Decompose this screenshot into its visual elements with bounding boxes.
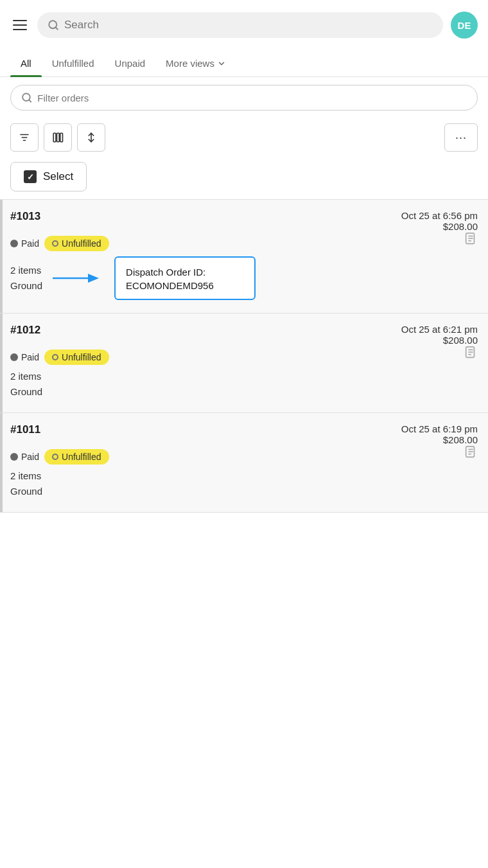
unfulfilled-circle (52, 454, 58, 460)
paid-badge: Paid (10, 352, 39, 362)
order-header: #1012 Oct 25 at 6:21 pm $208.00 (10, 324, 478, 346)
document-icon (464, 445, 478, 463)
order-number: #1013 (10, 210, 40, 223)
menu-button[interactable] (10, 17, 30, 33)
paid-dot (10, 353, 18, 361)
search-icon (48, 19, 59, 31)
tab-unfulfilled[interactable]: Unfulfilled (42, 50, 105, 76)
sort-button[interactable] (77, 123, 105, 152)
avatar[interactable]: DE (451, 12, 478, 39)
dispatch-id: ECOMONDEMD956 (126, 280, 244, 291)
unfulfilled-badge: Unfulfilled (44, 449, 109, 465)
order-details: 2 items Ground (10, 468, 478, 499)
filter-button[interactable] (10, 123, 39, 152)
paid-dot (10, 453, 18, 461)
accent-bar (0, 200, 3, 313)
search-bar[interactable] (37, 12, 443, 38)
select-wrap: Select (0, 157, 488, 199)
orders-list: #1013 Oct 25 at 6:56 pm $208.00 Paid Unf… (0, 200, 488, 513)
unfulfilled-badge: Unfulfilled (44, 236, 109, 251)
sort-updown-icon (85, 132, 97, 143)
select-label: Select (43, 170, 73, 183)
svg-line-1 (55, 27, 57, 29)
svg-rect-9 (60, 133, 63, 142)
paid-badge: Paid (10, 452, 39, 462)
order-details: 2 items Ground (10, 369, 478, 400)
order-number: #1012 (10, 324, 40, 337)
header: DE (0, 0, 488, 50)
order-card-1013[interactable]: #1013 Oct 25 at 6:56 pm $208.00 Paid Unf… (0, 200, 488, 314)
unfulfilled-badge: Unfulfilled (44, 350, 109, 365)
order-amount: $208.00 (401, 221, 478, 232)
columns-icon (52, 132, 64, 143)
dispatch-box: Dispatch Order ID: ECOMONDEMD956 (114, 256, 256, 300)
dispatch-label: Dispatch Order ID: (126, 265, 244, 280)
order-amount: $208.00 (401, 434, 478, 445)
svg-rect-8 (57, 133, 60, 142)
columns-button[interactable] (44, 123, 72, 152)
tabs-bar: All Unfulfilled Unpaid More views (0, 50, 488, 77)
tab-all[interactable]: All (10, 50, 42, 76)
paid-dot (10, 240, 18, 247)
filter-input[interactable] (37, 93, 467, 103)
order-card-1011[interactable]: #1011 Oct 25 at 6:19 pm $208.00 Paid Unf… (0, 413, 488, 513)
svg-marker-16 (88, 274, 99, 283)
toolbar: ··· (0, 118, 488, 157)
order-header: #1013 Oct 25 at 6:56 pm $208.00 (10, 210, 478, 232)
select-button[interactable]: Select (10, 162, 87, 191)
order-date: Oct 25 at 6:56 pm (401, 210, 478, 221)
document-icon (464, 346, 478, 363)
filter-input-wrap[interactable] (10, 85, 478, 111)
accent-bar (0, 413, 3, 512)
svg-line-3 (29, 100, 31, 102)
svg-rect-7 (53, 133, 56, 142)
order-details: 2 items Ground (10, 263, 42, 294)
dispatch-area: 2 items Ground Dispatch Order ID: ECOMON… (10, 256, 478, 300)
accent-bar (0, 314, 3, 412)
filter-section (0, 77, 488, 118)
more-options-button[interactable]: ··· (444, 123, 478, 152)
unfulfilled-circle (52, 240, 58, 247)
order-amount: $208.00 (401, 335, 478, 346)
filter-icon (19, 132, 30, 143)
tab-unpaid[interactable]: Unpaid (105, 50, 156, 76)
order-badges: Paid Unfulfilled (10, 236, 478, 251)
order-badges: Paid Unfulfilled (10, 350, 478, 365)
chevron-down-icon (217, 59, 226, 68)
unfulfilled-circle (52, 354, 58, 360)
tab-more-views[interactable]: More views (155, 50, 236, 76)
search-input[interactable] (64, 19, 433, 31)
order-date: Oct 25 at 6:21 pm (401, 324, 478, 335)
arrow-right (53, 269, 104, 287)
paid-badge: Paid (10, 238, 39, 249)
document-icon (464, 232, 478, 249)
order-badges: Paid Unfulfilled (10, 449, 478, 465)
order-number: #1011 (10, 423, 40, 436)
filter-search-icon (21, 92, 32, 103)
order-date: Oct 25 at 6:19 pm (401, 423, 478, 434)
more-options-label: ··· (455, 131, 467, 145)
order-header: #1011 Oct 25 at 6:19 pm $208.00 (10, 423, 478, 445)
order-card-1012[interactable]: #1012 Oct 25 at 6:21 pm $208.00 Paid Unf… (0, 314, 488, 413)
checkbox-icon (24, 170, 37, 183)
